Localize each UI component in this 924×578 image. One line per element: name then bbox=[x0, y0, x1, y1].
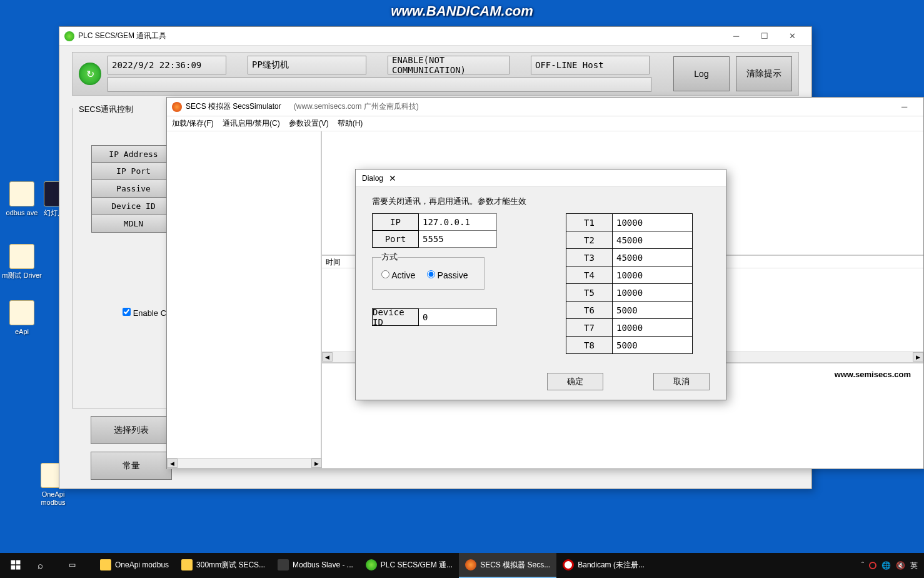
timer-label: T1 bbox=[566, 214, 613, 231]
sim-icon bbox=[465, 559, 476, 570]
dialog-message: 需要关闭通讯，再启用通讯。参数才能生效 bbox=[372, 196, 710, 207]
log-button[interactable]: Log bbox=[673, 56, 730, 91]
scroll-left-icon[interactable]: ◀ bbox=[322, 352, 333, 362]
svg-rect-1 bbox=[16, 560, 21, 565]
scroll-right-icon[interactable]: ▶ bbox=[913, 352, 923, 362]
dialog-title: Dialog bbox=[362, 174, 383, 183]
menu-comm[interactable]: 通讯启用/禁用(C) bbox=[223, 118, 280, 129]
folder-icon bbox=[100, 559, 111, 570]
timer-input[interactable] bbox=[613, 337, 693, 354]
checkbox-label: Enable C bbox=[133, 308, 166, 318]
windows-icon bbox=[10, 559, 21, 570]
mdln-button[interactable]: MDLN bbox=[91, 215, 176, 233]
taskbar-item[interactable]: 300mm测试 SECS... bbox=[175, 553, 271, 578]
search-button[interactable]: ⌕ bbox=[31, 553, 63, 578]
datetime-field: 2022/9/2 22:36:09 bbox=[108, 56, 226, 74]
enable-field: ENABLE(NOT COMMUNICATION) bbox=[388, 56, 510, 74]
ip-label: IP bbox=[372, 213, 419, 231]
taskbar-item[interactable]: SECS 模拟器 Secs... bbox=[459, 553, 556, 578]
timer-label: T2 bbox=[566, 231, 613, 249]
minimize-button[interactable]: ─ bbox=[890, 98, 918, 116]
mode-fieldset: 方式 Active Passive bbox=[372, 251, 485, 290]
network-icon[interactable]: 🌐 bbox=[881, 561, 891, 570]
taskbar-item[interactable]: Modbus Slave - ... bbox=[271, 553, 359, 578]
taskbar-item[interactable]: OneApi modbus bbox=[94, 553, 175, 578]
timer-label: T5 bbox=[566, 284, 613, 302]
plc-titlebar[interactable]: PLC SECS/GEM 通讯工具 ─ ☐ ✕ bbox=[59, 27, 811, 46]
dialog-titlebar[interactable]: Dialog ✕ bbox=[356, 170, 726, 187]
task-view-button[interactable]: ▭ bbox=[63, 553, 94, 578]
plc-icon bbox=[366, 559, 377, 570]
ip-input[interactable] bbox=[419, 213, 497, 231]
sim-titlebar[interactable]: SECS 模拟器 SecsSimulator (www.semisecs.com… bbox=[167, 98, 923, 116]
taskbar-item[interactable]: Bandicam (未注册... bbox=[556, 553, 651, 578]
group-label: SECS通讯控制 bbox=[76, 104, 136, 115]
cancel-button[interactable]: 取消 bbox=[653, 373, 710, 390]
menu-file[interactable]: 加载/保存(F) bbox=[172, 118, 214, 129]
menu-params[interactable]: 参数设置(V) bbox=[289, 118, 329, 129]
volume-icon[interactable]: 🔇 bbox=[896, 561, 905, 570]
icon-label: eApi bbox=[15, 328, 29, 335]
window-title: SECS 模拟器 SecsSimulator bbox=[186, 101, 281, 112]
watermark: www.BANDICAM.com bbox=[0, 3, 924, 19]
clear-button[interactable]: 清除提示 bbox=[736, 56, 792, 91]
timer-label: T6 bbox=[566, 302, 613, 319]
search-icon: ⌕ bbox=[38, 560, 43, 570]
desktop-icon[interactable]: eApi bbox=[0, 300, 44, 336]
scroll-right-icon[interactable]: ▶ bbox=[311, 459, 322, 468]
chevron-up-icon[interactable]: ˆ bbox=[861, 561, 864, 570]
timer-input[interactable] bbox=[613, 266, 693, 284]
tree-panel[interactable]: ◀▶ bbox=[167, 131, 322, 469]
timer-input[interactable] bbox=[613, 249, 693, 266]
svg-rect-2 bbox=[11, 565, 16, 570]
timer-label: T8 bbox=[566, 337, 613, 354]
timer-input[interactable] bbox=[613, 319, 693, 337]
close-button[interactable]: ✕ bbox=[778, 27, 806, 45]
taskbar-label: Bandicam (未注册... bbox=[578, 560, 645, 570]
mode-legend: 方式 bbox=[381, 251, 398, 263]
desktop-icon[interactable]: m测试 Driver bbox=[0, 244, 44, 280]
record-icon[interactable] bbox=[869, 562, 876, 569]
offline-field: OFF-LINE Host bbox=[531, 56, 650, 74]
scroll-left-icon[interactable]: ◀ bbox=[167, 459, 178, 468]
settings-dialog: Dialog ✕ 需要关闭通讯，再启用通讯。参数才能生效 IP Port 方式 … bbox=[355, 169, 726, 400]
ip-address-button[interactable]: IP Address bbox=[91, 145, 176, 163]
taskbar-label: OneApi modbus bbox=[115, 560, 169, 569]
deviceid-input[interactable] bbox=[419, 308, 497, 326]
enable-checkbox[interactable]: Enable C bbox=[123, 308, 166, 318]
taskbar-item[interactable]: PLC SECS/GEM 通... bbox=[359, 553, 459, 578]
close-button[interactable]: ✕ bbox=[383, 173, 402, 183]
select-list-button[interactable]: 选择列表 bbox=[91, 416, 172, 444]
app-icon bbox=[64, 31, 74, 41]
modbus-icon bbox=[278, 559, 289, 570]
timer-input[interactable] bbox=[613, 231, 693, 249]
taskbar-label: 300mm测试 SECS... bbox=[196, 560, 265, 570]
ok-button[interactable]: 确定 bbox=[547, 373, 603, 390]
port-label: Port bbox=[372, 230, 419, 248]
const-button[interactable]: 常量 bbox=[91, 452, 172, 480]
icon-label: m测试 Driver bbox=[2, 271, 42, 279]
folder-icon bbox=[181, 559, 193, 570]
passive-button[interactable]: Passive bbox=[91, 180, 176, 198]
timer-label: T7 bbox=[566, 319, 613, 337]
timer-table: T1T2T3T4T5T6T7T8 bbox=[566, 213, 693, 354]
taskbar-label: SECS 模拟器 Secs... bbox=[480, 560, 550, 570]
timer-input[interactable] bbox=[613, 214, 693, 231]
ip-port-button[interactable]: IP Port bbox=[91, 163, 176, 180]
menu-bar: 加载/保存(F) 通讯启用/禁用(C) 参数设置(V) 帮助(H) bbox=[167, 116, 923, 131]
timer-input[interactable] bbox=[613, 284, 693, 302]
refresh-icon[interactable]: ↻ bbox=[79, 63, 101, 85]
system-tray[interactable]: ˆ 🌐 🔇 英 bbox=[855, 560, 924, 571]
passive-radio[interactable]: Passive bbox=[427, 270, 468, 280]
device-id-button[interactable]: Device ID bbox=[91, 198, 176, 215]
port-input[interactable] bbox=[419, 230, 497, 248]
minimize-button[interactable]: ─ bbox=[722, 27, 750, 45]
menu-help[interactable]: 帮助(H) bbox=[338, 118, 363, 129]
timer-label: T3 bbox=[566, 249, 613, 266]
maximize-button[interactable]: ☐ bbox=[750, 27, 778, 45]
ime-indicator[interactable]: 英 bbox=[910, 560, 918, 571]
timer-input[interactable] bbox=[613, 302, 693, 319]
active-radio[interactable]: Active bbox=[381, 270, 415, 280]
start-button[interactable] bbox=[0, 553, 31, 578]
taskbar-label: PLC SECS/GEM 通... bbox=[381, 560, 453, 570]
